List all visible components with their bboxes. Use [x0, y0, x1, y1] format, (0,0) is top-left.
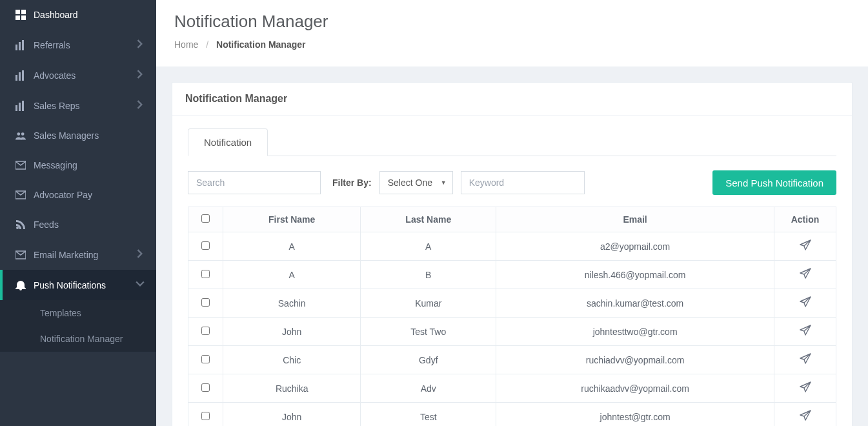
keyword-input[interactable]	[461, 171, 585, 194]
send-row-icon[interactable]	[800, 353, 811, 365]
sidebar-item-push-notifications[interactable]: Push Notifications	[0, 270, 156, 300]
notification-table: First Name Last Name Email Action AAa2@y…	[188, 207, 836, 426]
sidebar-item-label: Dashboard	[34, 10, 145, 20]
cell-lastname: Kumar	[361, 289, 496, 318]
sidebar-item-label: Sales Managers	[34, 130, 145, 141]
breadcrumb-separator: /	[206, 39, 208, 50]
select-all-checkbox[interactable]	[201, 214, 210, 223]
search-input[interactable]	[188, 171, 321, 194]
row-checkbox[interactable]	[201, 412, 210, 420]
row-checkbox[interactable]	[201, 355, 210, 363]
breadcrumb-home[interactable]: Home	[174, 39, 198, 50]
cell-email: ruchikaadvv@yopmail.com	[496, 374, 774, 403]
sidebar-subitem-notification-manager[interactable]: Notification Manager	[0, 326, 156, 352]
table-row: JohnTestjohntest@gtr.com	[188, 403, 836, 427]
sidebar-item-feeds[interactable]: Feeds	[0, 210, 156, 239]
chevron-right-icon	[136, 100, 145, 111]
bars-icon	[15, 101, 34, 111]
row-checkbox[interactable]	[201, 241, 210, 250]
grid-icon	[15, 10, 34, 20]
cell-firstname: A	[223, 261, 361, 289]
filter-by-label: Filter By:	[332, 178, 372, 188]
table-row: SachinKumarsachin.kumar@test.com	[188, 289, 836, 318]
sidebar-item-advocates[interactable]: Advocates	[0, 60, 156, 90]
sidebar-item-sales-managers[interactable]: Sales Managers	[0, 121, 156, 150]
sidebar-item-label: Email Marketing	[34, 250, 136, 260]
breadcrumb: Home / Notification Manager	[174, 39, 850, 61]
page-title: Notification Manager	[174, 12, 850, 32]
filter-row: Filter By: Select One Send Push Notifica…	[188, 156, 836, 207]
col-check-header	[188, 207, 223, 232]
send-row-icon[interactable]	[800, 381, 811, 393]
filter-select[interactable]: Select One	[379, 171, 453, 194]
send-row-icon[interactable]	[800, 239, 811, 251]
row-checkbox[interactable]	[201, 270, 210, 278]
envelope-icon	[15, 250, 34, 260]
breadcrumb-current: Notification Manager	[216, 39, 305, 50]
sidebar-item-label: Messaging	[34, 160, 145, 170]
cell-lastname: Test Two	[361, 318, 496, 346]
cell-lastname: B	[361, 261, 496, 289]
tab-bar: Notification	[188, 128, 836, 156]
sidebar-item-label: Referrals	[34, 40, 136, 50]
table-row: RuchikaAdvruchikaadvv@yopmail.com	[188, 374, 836, 403]
cell-firstname: Ruchika	[223, 374, 361, 403]
bell-icon	[15, 280, 34, 290]
bars-icon	[15, 70, 34, 81]
send-row-icon[interactable]	[800, 296, 811, 308]
sidebar-item-messaging[interactable]: Messaging	[0, 150, 156, 180]
sidebar-item-advocator-pay[interactable]: Advocator Pay	[0, 180, 156, 210]
page-header: Notification Manager Home / Notification…	[156, 0, 868, 66]
send-row-icon[interactable]	[800, 268, 811, 279]
chevron-right-icon	[136, 249, 145, 260]
chevron-right-icon	[136, 70, 145, 81]
row-checkbox[interactable]	[201, 383, 210, 392]
sidebar-item-label: Advocates	[34, 70, 136, 81]
cell-firstname: Chic	[223, 346, 361, 374]
bars-icon	[15, 40, 34, 50]
chevron-down-icon	[136, 279, 145, 290]
users-icon	[15, 130, 34, 141]
sidebar-item-referrals[interactable]: Referrals	[0, 30, 156, 60]
cell-lastname: Gdyf	[361, 346, 496, 374]
cell-lastname: A	[361, 232, 496, 261]
cell-firstname: A	[223, 232, 361, 261]
table-row: JohnTest Twojohntesttwo@gtr.com	[188, 318, 836, 346]
send-push-button[interactable]: Send Push Notification	[712, 170, 836, 195]
sidebar-item-label: Sales Reps	[34, 101, 136, 111]
table-row: AAa2@yopmail.com	[188, 232, 836, 261]
sidebar-item-email-marketing[interactable]: Email Marketing	[0, 239, 156, 270]
table-row: ChicGdyfruchiadvv@yopmail.com	[188, 346, 836, 374]
row-checkbox[interactable]	[201, 327, 210, 335]
cell-email: ruchiadvv@yopmail.com	[496, 346, 774, 374]
panel: Notification Manager Notification Filter…	[172, 82, 853, 426]
cell-email: nilesh.466@yopmail.com	[496, 261, 774, 289]
send-row-icon[interactable]	[800, 325, 811, 336]
table-row: ABnilesh.466@yopmail.com	[188, 261, 836, 289]
sidebar-item-sales-reps[interactable]: Sales Reps	[0, 90, 156, 121]
col-lastname-header: Last Name	[361, 207, 496, 232]
cell-email: johntesttwo@gtr.com	[496, 318, 774, 346]
cell-firstname: John	[223, 318, 361, 346]
sidebar-item-label: Feeds	[34, 219, 145, 230]
chevron-right-icon	[136, 39, 145, 50]
cell-firstname: Sachin	[223, 289, 361, 318]
cell-firstname: John	[223, 403, 361, 427]
tab-notification[interactable]: Notification	[188, 128, 268, 156]
col-action-header: Action	[774, 207, 836, 232]
col-firstname-header: First Name	[223, 207, 361, 232]
row-checkbox[interactable]	[201, 298, 210, 307]
envelope-icon	[15, 160, 34, 170]
sidebar-item-dashboard[interactable]: Dashboard	[0, 0, 156, 30]
send-row-icon[interactable]	[800, 410, 811, 421]
cell-email: johntest@gtr.com	[496, 403, 774, 427]
sidebar-subitem-templates[interactable]: Templates	[0, 300, 156, 326]
sidebar-item-label: Push Notifications	[34, 280, 136, 290]
main-content: Notification Manager Home / Notification…	[156, 0, 868, 426]
col-email-header: Email	[496, 207, 774, 232]
cell-email: sachin.kumar@test.com	[496, 289, 774, 318]
sidebar-item-label: Advocator Pay	[34, 190, 145, 200]
cell-lastname: Test	[361, 403, 496, 427]
envelope-icon	[15, 190, 34, 200]
sidebar: DashboardReferralsAdvocatesSales RepsSal…	[0, 0, 156, 426]
